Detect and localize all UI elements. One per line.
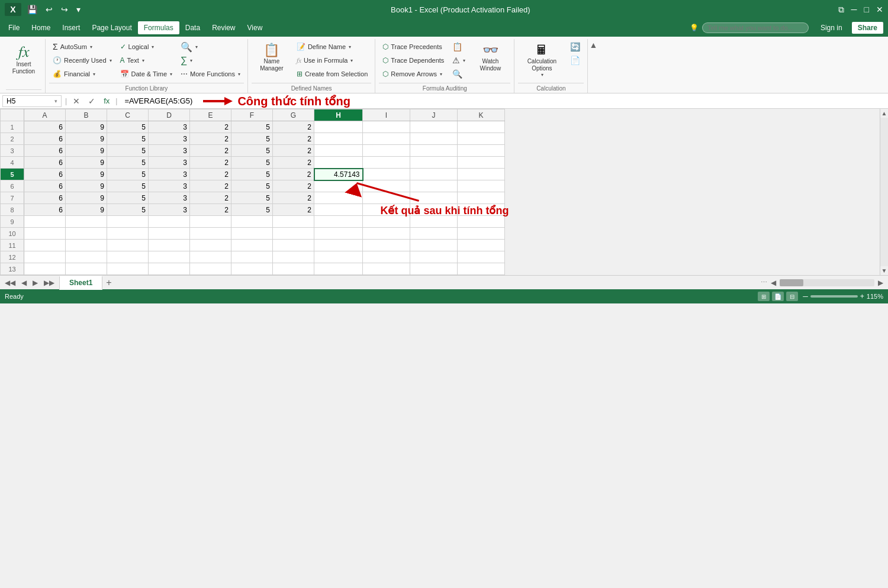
cell-D11[interactable]	[149, 240, 190, 251]
cell-E5[interactable]: 2	[190, 169, 231, 180]
recently-used-button[interactable]: 🕐 Recently Used ▾	[49, 54, 115, 67]
name-box[interactable]: H5 ▾	[2, 95, 62, 107]
restore-btn[interactable]: □	[864, 5, 869, 14]
cell-F6[interactable]: 5	[231, 180, 273, 192]
cell-A2[interactable]: 6	[24, 133, 66, 145]
math-button[interactable]: ∑ ▾	[177, 54, 244, 67]
row-header-13[interactable]: 13	[1, 263, 24, 275]
cell-E13[interactable]	[190, 263, 231, 275]
col-header-I[interactable]: I	[363, 109, 410, 121]
cell-F8[interactable]: 5	[231, 204, 273, 216]
cell-A3[interactable]: 6	[24, 145, 66, 157]
cell-D7[interactable]: 3	[149, 192, 190, 204]
cell-B5[interactable]: 9	[66, 169, 107, 180]
undo-qat-btn[interactable]: ↩	[43, 4, 55, 15]
cell-B9[interactable]	[66, 216, 107, 228]
cell-J5[interactable]	[410, 169, 458, 180]
cell-I2[interactable]	[363, 133, 410, 145]
cell-D6[interactable]: 3	[149, 180, 190, 192]
cell-F12[interactable]	[231, 251, 273, 263]
cell-G6[interactable]: 2	[273, 180, 314, 192]
cell-I1[interactable]	[363, 121, 410, 133]
cell-H7[interactable]	[314, 192, 363, 204]
cell-E11[interactable]	[190, 240, 231, 251]
sheet-nav-first-btn[interactable]: ◀◀	[2, 278, 18, 287]
col-header-B[interactable]: B	[66, 109, 107, 121]
scroll-up-btn[interactable]: ▲	[880, 109, 888, 118]
cell-G11[interactable]	[273, 240, 314, 251]
autosum-button[interactable]: Σ AutoSum ▾	[49, 40, 115, 53]
menu-review[interactable]: Review	[206, 21, 241, 34]
cell-H4[interactable]	[314, 157, 363, 169]
row-header-3[interactable]: 3	[1, 145, 24, 157]
cell-E8[interactable]: 2	[190, 204, 231, 216]
sign-in-btn[interactable]: Sign in	[816, 22, 847, 33]
col-header-C[interactable]: C	[107, 109, 149, 121]
cell-K10[interactable]	[458, 228, 505, 240]
cell-B6[interactable]: 9	[66, 180, 107, 192]
cell-K12[interactable]	[458, 251, 505, 263]
remove-arrows-button[interactable]: ⬡ Remove Arrows ▾	[379, 67, 448, 80]
cell-E4[interactable]: 2	[190, 157, 231, 169]
cell-C8[interactable]: 5	[107, 204, 149, 216]
row-header-12[interactable]: 12	[1, 251, 24, 263]
define-name-button[interactable]: 📝 Define Name ▾	[293, 40, 371, 53]
cell-B10[interactable]	[66, 228, 107, 240]
zoom-slider[interactable]	[810, 295, 858, 298]
cell-G1[interactable]: 2	[273, 121, 314, 133]
cell-A10[interactable]	[24, 228, 66, 240]
cell-H2[interactable]	[314, 133, 363, 145]
cell-D4[interactable]: 3	[149, 157, 190, 169]
cell-B12[interactable]	[66, 251, 107, 263]
cell-F10[interactable]	[231, 228, 273, 240]
cell-G13[interactable]	[273, 263, 314, 275]
cell-I12[interactable]	[363, 251, 410, 263]
row-header-4[interactable]: 4	[1, 157, 24, 169]
normal-view-btn[interactable]: ⊞	[758, 292, 770, 301]
cell-B13[interactable]	[66, 263, 107, 275]
col-header-K[interactable]: K	[458, 109, 505, 121]
cell-H12[interactable]	[314, 251, 363, 263]
cell-A12[interactable]	[24, 251, 66, 263]
cell-H10[interactable]	[314, 228, 363, 240]
h-scroll-right-btn[interactable]: ▶	[876, 278, 886, 287]
sheet-nav-next-btn[interactable]: ▶	[30, 278, 40, 287]
cell-H9[interactable]	[314, 216, 363, 228]
cell-H11[interactable]	[314, 240, 363, 251]
error-checking-button[interactable]: ⚠ ▾	[449, 54, 469, 67]
cell-G10[interactable]	[273, 228, 314, 240]
cell-F9[interactable]	[231, 216, 273, 228]
menu-view[interactable]: View	[242, 21, 269, 34]
cell-C2[interactable]: 5	[107, 133, 149, 145]
cell-A8[interactable]: 6	[24, 204, 66, 216]
cell-F5[interactable]: 5	[231, 169, 273, 180]
tell-me-search[interactable]	[702, 22, 809, 33]
name-manager-button[interactable]: 📋 NameManager	[252, 40, 292, 75]
grid-scroll-container[interactable]: A B C D E F G H I J K 169532522695325236…	[0, 109, 880, 275]
cell-J6[interactable]	[410, 180, 458, 192]
cell-I9[interactable]	[363, 216, 410, 228]
cell-I7[interactable]	[363, 192, 410, 204]
menu-home[interactable]: Home	[25, 21, 56, 34]
row-header-6[interactable]: 6	[1, 180, 24, 192]
cell-G2[interactable]: 2	[273, 133, 314, 145]
cell-J3[interactable]	[410, 145, 458, 157]
add-sheet-button[interactable]: +	[102, 277, 115, 288]
zoom-minus-icon[interactable]: ─	[803, 292, 808, 301]
share-btn[interactable]: Share	[852, 22, 883, 34]
use-in-formula-button[interactable]: 𝑓𝑥 Use in Formula ▾	[293, 54, 371, 67]
cell-J4[interactable]	[410, 157, 458, 169]
cell-K5[interactable]	[458, 169, 505, 180]
calc-now-button[interactable]: 🔄	[567, 40, 584, 53]
menu-insert[interactable]: Insert	[56, 21, 86, 34]
cell-G4[interactable]: 2	[273, 157, 314, 169]
minimize-btn[interactable]: ─	[851, 5, 857, 14]
cell-K13[interactable]	[458, 263, 505, 275]
cell-G12[interactable]	[273, 251, 314, 263]
cell-I8[interactable]	[363, 204, 410, 216]
cell-C10[interactable]	[107, 228, 149, 240]
datetime-button[interactable]: 📅 Date & Time ▾	[117, 67, 176, 80]
cell-I11[interactable]	[363, 240, 410, 251]
trace-dependents-button[interactable]: ⬡ Trace Dependents	[379, 54, 448, 67]
calc-sheet-button[interactable]: 📄	[567, 54, 584, 67]
